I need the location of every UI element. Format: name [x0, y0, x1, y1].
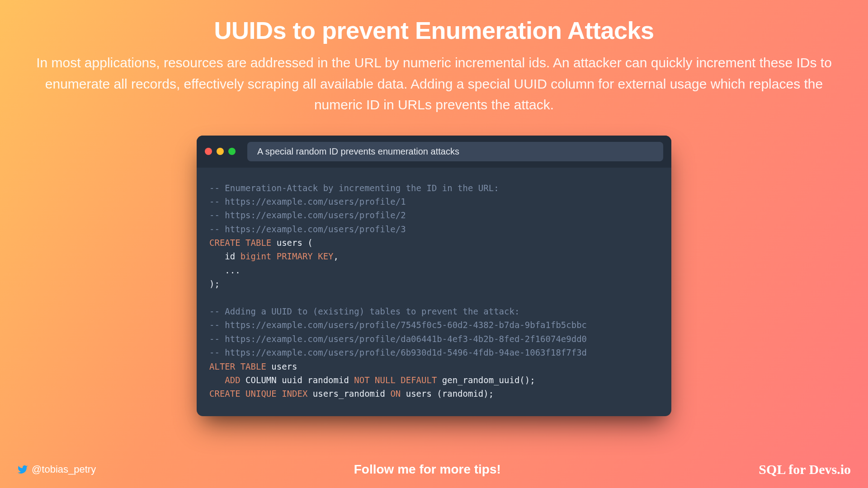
code-keyword: CREATE TABLE: [209, 238, 271, 248]
code-text: users (: [271, 238, 313, 248]
code-comment: -- https://example.com/users/profile/1: [209, 197, 406, 206]
twitter-icon: [17, 464, 28, 475]
code-text: );: [209, 279, 220, 289]
code-comment: -- https://example.com/users/profile/da0…: [209, 334, 587, 344]
code-text: gen_random_uuid();: [437, 375, 535, 385]
code-comment: -- Adding a UUID to (existing) tables to…: [209, 306, 519, 316]
code-keyword: NOT NULL DEFAULT: [354, 375, 437, 385]
traffic-lights: [205, 148, 236, 155]
close-icon: [205, 148, 212, 155]
code-text: users: [266, 361, 297, 371]
minimize-icon: [217, 148, 224, 155]
code-terminal: A special random ID prevents enumeration…: [197, 136, 671, 416]
code-keyword: ALTER TABLE: [209, 361, 266, 371]
code-keyword: ADD: [209, 375, 241, 385]
code-text: id: [209, 251, 241, 261]
code-keyword: CREATE UNIQUE INDEX: [209, 389, 307, 399]
code-keyword: bigint PRIMARY KEY: [241, 251, 334, 261]
twitter-handle: @tobias_petry: [17, 464, 96, 475]
code-comment: -- https://example.com/users/profile/3: [209, 224, 406, 234]
code-comment: -- https://example.com/users/profile/6b9…: [209, 347, 587, 357]
code-text: COLUMN uuid randomid: [241, 375, 354, 385]
code-comment: -- Enumeration-Attack by incrementing th…: [209, 183, 499, 193]
terminal-tab: A special random ID prevents enumeration…: [247, 142, 663, 161]
footer: @tobias_petry Follow me for more tips! S…: [0, 462, 868, 477]
page-title: UUIDs to prevent Enumeration Attacks: [214, 16, 654, 44]
code-text: ...: [209, 265, 241, 275]
cta-text: Follow me for more tips!: [354, 462, 501, 477]
code-text: users_randomid: [307, 389, 390, 399]
brand-text: SQL for Devs.io: [759, 462, 851, 477]
code-text: users (randomid);: [401, 389, 494, 399]
code-comment: -- https://example.com/users/profile/754…: [209, 320, 587, 330]
code-keyword: ON: [390, 389, 401, 399]
maximize-icon: [228, 148, 236, 155]
code-text: ,: [334, 251, 339, 261]
terminal-header: A special random ID prevents enumeration…: [197, 136, 671, 168]
code-block: -- Enumeration-Attack by incrementing th…: [197, 168, 671, 416]
code-comment: -- https://example.com/users/profile/2: [209, 210, 406, 220]
page-subtitle: In most applications, resources are addr…: [36, 52, 832, 116]
handle-text: @tobias_petry: [32, 464, 96, 475]
